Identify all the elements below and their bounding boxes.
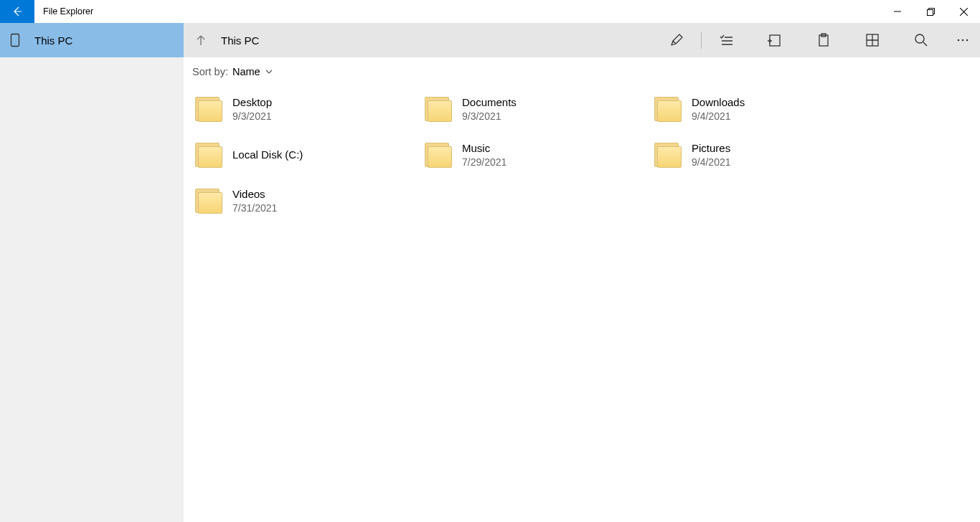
sidebar: This PC (0, 23, 184, 522)
file-date: 9/4/2021 (692, 156, 731, 169)
file-name: Videos (232, 187, 277, 201)
file-grid: Desktop9/3/2021Documents9/3/2021Download… (184, 86, 980, 224)
this-pc-icon (10, 33, 34, 47)
file-name: Desktop (232, 95, 272, 110)
folder-icon (425, 140, 455, 170)
window-title: File Explorer (34, 0, 93, 23)
folder-icon (195, 140, 225, 170)
file-name: Downloads (692, 95, 745, 110)
svg-point-6 (915, 34, 924, 43)
file-item[interactable]: Music7/29/2021 (419, 132, 649, 178)
file-item[interactable]: Documents9/3/2021 (419, 86, 649, 132)
back-arrow-icon (11, 6, 23, 17)
file-name: Pictures (692, 141, 731, 156)
svg-rect-1 (11, 34, 19, 47)
sidebar-item-label: This PC (34, 34, 72, 47)
folder-icon (425, 94, 455, 124)
grid-icon (865, 33, 880, 47)
file-item[interactable]: Local Disk (C:) (189, 132, 419, 178)
new-folder-button[interactable] (750, 23, 799, 57)
file-date: 9/4/2021 (692, 110, 745, 123)
maximize-icon (927, 8, 935, 16)
search-button[interactable] (897, 23, 946, 57)
edit-button[interactable] (652, 23, 701, 57)
sidebar-item-this-pc[interactable]: This PC (0, 23, 184, 57)
up-arrow-icon (194, 34, 207, 47)
pencil-icon (669, 33, 684, 47)
svg-point-8 (962, 39, 964, 42)
file-item[interactable]: Pictures9/4/2021 (649, 132, 878, 178)
svg-rect-0 (927, 9, 933, 15)
sort-value: Name (232, 66, 260, 77)
up-button[interactable] (184, 34, 218, 47)
file-date: 7/31/2021 (232, 201, 277, 214)
folder-icon (195, 94, 225, 124)
file-item[interactable]: Videos7/31/2021 (189, 178, 419, 224)
sort-label: Sort by: (192, 66, 228, 77)
svg-point-7 (958, 39, 960, 42)
search-icon (914, 33, 928, 47)
file-date: 9/3/2021 (232, 110, 272, 123)
minimize-icon (894, 8, 901, 15)
main-area: This PC (184, 23, 980, 522)
folder-icon (195, 186, 225, 216)
chevron-down-icon (265, 67, 273, 76)
close-button[interactable] (947, 0, 980, 23)
svg-point-9 (966, 39, 969, 42)
titlebar: File Explorer (0, 0, 980, 23)
toolbar: This PC (184, 23, 980, 57)
location-label: This PC (218, 34, 259, 47)
view-button[interactable] (848, 23, 897, 57)
file-date: 9/3/2021 (462, 110, 517, 123)
maximize-button[interactable] (914, 0, 947, 23)
back-button[interactable] (0, 0, 34, 23)
select-button[interactable] (702, 23, 750, 57)
file-name: Local Disk (C:) (232, 148, 303, 162)
sort-bar[interactable]: Sort by: Name (184, 57, 980, 86)
minimize-button[interactable] (881, 0, 914, 23)
paste-button[interactable] (799, 23, 848, 57)
file-name: Documents (462, 95, 517, 110)
folder-icon (654, 94, 684, 124)
folder-icon (654, 140, 684, 170)
more-button[interactable] (946, 23, 980, 57)
file-name: Music (462, 141, 507, 156)
checklist-icon (719, 33, 733, 47)
ellipsis-icon (956, 34, 969, 47)
new-folder-icon (768, 33, 782, 47)
file-date: 7/29/2021 (462, 156, 507, 169)
file-item[interactable]: Desktop9/3/2021 (189, 86, 419, 132)
close-icon (960, 8, 968, 16)
file-item[interactable]: Downloads9/4/2021 (649, 86, 878, 132)
clipboard-icon (816, 33, 831, 47)
